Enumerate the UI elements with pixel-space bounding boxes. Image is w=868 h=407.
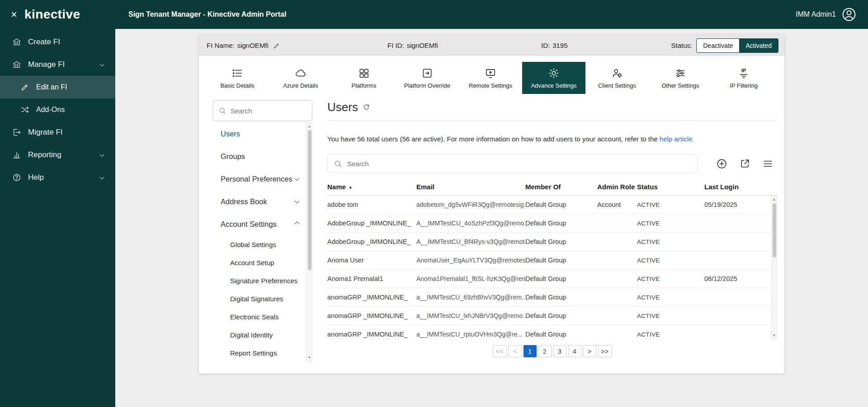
settings-nav-item-groups[interactable]: Groups bbox=[213, 145, 305, 168]
sidebar-item-edit-an-fi[interactable]: Edit an FI bbox=[0, 76, 115, 98]
help-article-link[interactable]: help article. bbox=[660, 135, 694, 143]
settings-nav-label: Address Book bbox=[221, 197, 267, 206]
cell-email: a__IMMTestCU_rptuOVHm3Qg@re... bbox=[416, 331, 525, 338]
scrollbar-thumb[interactable] bbox=[308, 130, 311, 270]
user-name: IMM Admin1 bbox=[796, 10, 836, 19]
header-name[interactable]: Name ▲ bbox=[327, 183, 416, 191]
settings-nav-subitem-digital-identity[interactable]: Digital Identity bbox=[213, 326, 305, 344]
tab-azure-details[interactable]: Azure Details bbox=[269, 62, 332, 94]
pagination-page-1-button[interactable]: 1 bbox=[524, 345, 537, 357]
settings-nav-subitem-digital-signatures[interactable]: Digital Signatures bbox=[213, 290, 305, 308]
header-email[interactable]: Email bbox=[416, 183, 525, 191]
pagination-page-2-button[interactable]: 2 bbox=[538, 345, 552, 357]
scroll-down-icon[interactable]: ▼ bbox=[307, 355, 312, 361]
cell-email: Anoma1Premalal1_f6SL-hzK3Qg@rem... bbox=[416, 275, 525, 282]
sort-asc-icon[interactable]: ▲ bbox=[349, 185, 353, 189]
sidebar-item-reporting[interactable]: Reporting bbox=[0, 144, 115, 166]
close-icon[interactable]: × bbox=[11, 9, 17, 20]
edit-fi-name-icon[interactable] bbox=[271, 42, 280, 49]
scroll-down-icon[interactable]: ▼ bbox=[772, 332, 777, 339]
settings-nav-item-users[interactable]: Users bbox=[213, 122, 305, 145]
tab-platforms[interactable]: Platforms bbox=[332, 62, 396, 94]
table-row[interactable]: AdobeGroup _IMMONLINE_ A__IMMTestCU_Bf4R… bbox=[327, 233, 771, 251]
bank-icon bbox=[12, 37, 21, 47]
user-avatar-icon[interactable] bbox=[842, 7, 856, 22]
pagination-last-button[interactable]: >> bbox=[598, 345, 612, 357]
settings-nav-label: Groups bbox=[221, 152, 245, 161]
status-group: Status: Deactivate Activated bbox=[671, 38, 778, 53]
settings-nav-subitem-electronic-seals[interactable]: Electronic Seals bbox=[213, 308, 305, 326]
sidebar-item-migrate-fi[interactable]: Migrate FI bbox=[0, 121, 115, 144]
migrate-icon bbox=[12, 128, 21, 137]
content-area: FI Name: signOEMfi FI ID: signOEMfi ID: … bbox=[115, 29, 868, 407]
sidebar-item-add-ons[interactable]: Add-Ons bbox=[0, 98, 115, 121]
advance-settings-panel: Users Groups Personal Preferences Addres… bbox=[199, 94, 784, 374]
add-user-icon[interactable] bbox=[716, 158, 727, 169]
activated-button[interactable]: Activated bbox=[739, 39, 778, 52]
sidebar-item-label: Edit an FI bbox=[36, 83, 67, 91]
cell-status: ACTIVE bbox=[637, 239, 704, 245]
cell-email: a__IMMTestCU_69zhBhvV3Qg@rem... bbox=[416, 294, 525, 301]
pagination-next-button[interactable]: > bbox=[583, 345, 596, 357]
scroll-up-icon[interactable]: ▲ bbox=[307, 123, 312, 130]
tab-client-settings[interactable]: Client Settings bbox=[585, 62, 649, 94]
settings-search-input[interactable] bbox=[231, 107, 307, 115]
cell-email: A__IMMTestCU_Bf4Rys-v3Qg@remot... bbox=[416, 238, 525, 245]
cell-name: anomaGRP _IMMONLINE_ bbox=[327, 294, 416, 301]
header-member-of[interactable]: Member Of bbox=[525, 183, 597, 191]
settings-nav-subitem-report-settings[interactable]: Report Settings bbox=[213, 344, 305, 362]
sidebar-item-create-fi[interactable]: Create FI bbox=[0, 31, 115, 53]
settings-nav-item-address-book[interactable]: Address Book bbox=[213, 190, 305, 213]
tab-advance-settings[interactable]: Advance Settings bbox=[522, 62, 585, 94]
settings-nav-subitem-account-setup[interactable]: Account Setup bbox=[213, 253, 305, 271]
tab-ip-filtering[interactable]: IP IP Filtering bbox=[712, 62, 775, 94]
settings-nav-scrollbar[interactable]: ▲ ▼ bbox=[307, 122, 312, 362]
pagination-first-button[interactable]: << bbox=[493, 345, 506, 357]
id-label: ID: bbox=[541, 42, 550, 49]
tab-platform-override[interactable]: Platform Override bbox=[396, 62, 459, 94]
users-table-scrollbar[interactable]: ▲ ▼ bbox=[771, 196, 777, 340]
fi-id-value: signOEMfi bbox=[407, 42, 438, 49]
search-icon bbox=[218, 107, 226, 115]
tab-label: Azure Details bbox=[283, 82, 318, 89]
menu-icon[interactable] bbox=[762, 158, 774, 169]
table-row[interactable]: AdobeGroup _IMMONLINE_ A__IMMTestCU_4oSz… bbox=[327, 214, 771, 233]
refresh-icon[interactable] bbox=[363, 103, 370, 111]
sidebar-item-manage-fi[interactable]: Manage FI bbox=[0, 53, 115, 76]
scroll-up-icon[interactable]: ▲ bbox=[772, 196, 777, 203]
table-row[interactable]: Anoma1 Premalal1 Anoma1Premalal1_f6SL-hz… bbox=[327, 270, 771, 288]
settings-nav-item-account-settings[interactable]: Account Settings bbox=[213, 213, 305, 235]
settings-nav-item-personal-preferences[interactable]: Personal Preferences bbox=[213, 168, 305, 190]
tab-remote-settings[interactable]: Remote Settings bbox=[459, 62, 522, 94]
deactivate-button[interactable]: Deactivate bbox=[697, 39, 739, 52]
fi-header: FI Name: signOEMfi FI ID: signOEMfi ID: … bbox=[199, 35, 784, 56]
tab-other-settings[interactable]: Other Settings bbox=[649, 62, 712, 94]
bar-chart-icon bbox=[12, 150, 21, 159]
header-status[interactable]: Status bbox=[637, 183, 704, 191]
settings-nav-label: Account Settings bbox=[221, 220, 277, 229]
scrollbar-thumb[interactable] bbox=[773, 203, 776, 257]
tab-basic-details[interactable]: Basic Details bbox=[206, 62, 269, 94]
user-menu[interactable]: IMM Admin1 bbox=[796, 7, 856, 22]
header-label: Member Of bbox=[525, 183, 561, 191]
users-table-header: Name ▲ Email Member Of Admin Role Status… bbox=[327, 180, 777, 196]
pagination-prev-button[interactable]: < bbox=[509, 345, 522, 357]
settings-nav-subitem-global-settings[interactable]: Global Settings bbox=[213, 235, 305, 253]
info-text: You have 56 total users (56 are active).… bbox=[327, 135, 658, 143]
table-row[interactable]: adobe tom adobetom_dg5vWFiR3Qg@remotesig… bbox=[327, 196, 771, 214]
header-admin-role[interactable]: Admin Role bbox=[597, 183, 637, 191]
cell-email: A__IMMTestCU_4oSzhPzf3Qg@remo... bbox=[416, 220, 525, 227]
id-value: 3195 bbox=[552, 42, 567, 49]
settings-nav-subitem-signature-preferences[interactable]: Signature Preferences bbox=[213, 271, 305, 290]
pagination-page-4-button[interactable]: 4 bbox=[568, 345, 581, 357]
table-row[interactable]: anomaGRP _IMMONLINE_ a__IMMTestCU_rptuOV… bbox=[327, 325, 771, 340]
users-search-input[interactable] bbox=[347, 160, 692, 168]
pagination-page-3-button[interactable]: 3 bbox=[553, 345, 566, 357]
export-icon[interactable] bbox=[739, 158, 750, 169]
table-row[interactable]: anomaGRP _IMMONLINE_ a__IMMTestCU_lxhJNB… bbox=[327, 307, 771, 325]
sliders-icon bbox=[675, 67, 686, 79]
table-row[interactable]: anomaGRP _IMMONLINE_ a__IMMTestCU_69zhBh… bbox=[327, 288, 771, 307]
table-row[interactable]: Anoma User AnomaUser_EqAuYLTV3Qg@remotes… bbox=[327, 251, 771, 270]
header-last-login[interactable]: Last Login bbox=[704, 183, 771, 191]
sidebar-item-help[interactable]: Help bbox=[0, 166, 115, 189]
